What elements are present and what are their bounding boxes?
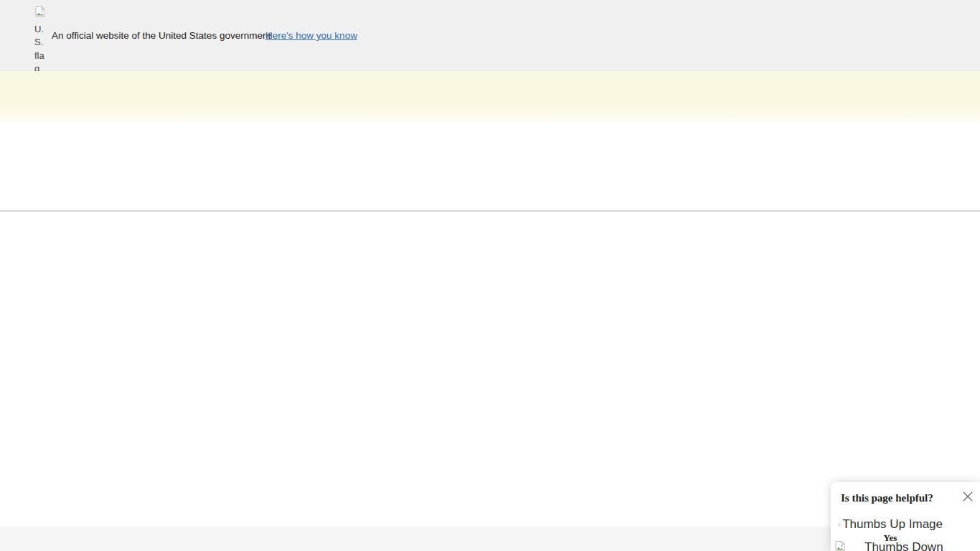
- feedback-no-button[interactable]: Thumbs Down: [834, 540, 943, 551]
- gov-banner: U. S. fla g An official website of the U…: [0, 0, 980, 71]
- thumbs-up-alt-text: Thumbs Up Image: [842, 517, 943, 532]
- broken-image-icon: [838, 519, 841, 530]
- weather-alert-banner: Weather Alert Major winter storm to brin…: [0, 71, 980, 123]
- thumbs-down-alt-text: Thumbs Down: [864, 540, 943, 551]
- page-content-area: [0, 212, 980, 526]
- feedback-title: Is this page helpful?: [841, 492, 933, 504]
- close-icon[interactable]: [962, 491, 974, 502]
- us-flag-broken-image: U. S. fla g: [34, 6, 50, 76]
- flag-alt-text: U. S. fla g: [34, 23, 50, 76]
- official-website-text: An official website of the United States…: [52, 30, 270, 41]
- heres-how-you-know-link[interactable]: Here's how you know: [265, 30, 357, 41]
- broken-image-icon: [834, 540, 846, 551]
- feedback-popup: Is this page helpful? Thumbs Up Image Ye…: [831, 482, 980, 551]
- broken-image-icon: [34, 6, 46, 17]
- site-header: United States Census Bureau Partners Res…: [0, 123, 980, 212]
